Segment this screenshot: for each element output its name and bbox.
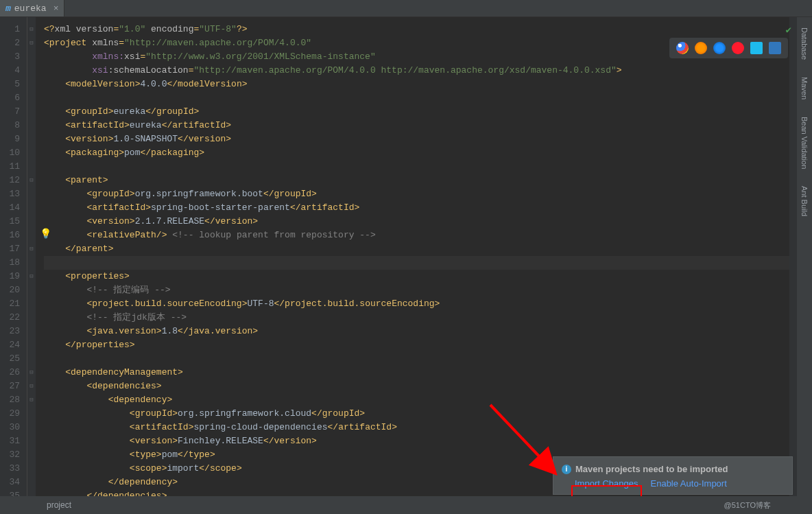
chrome-icon[interactable]	[676, 42, 689, 54]
code-line[interactable]: <artifactId>eureka</artifactId>	[44, 119, 812, 132]
fold-gutter[interactable]: ⊟⊟⊟⊟⊟⊟⊟⊟	[27, 17, 36, 496]
code-line[interactable]: </properties>	[44, 338, 812, 352]
breadcrumb[interactable]: project	[47, 500, 71, 510]
notification-popup: i Maven projects need to be imported Imp…	[553, 456, 793, 495]
code-line[interactable]: <groupId>org.springframework.cloud</grou…	[44, 407, 812, 421]
code-line[interactable]: <project.build.sourceEncoding>UTF-8</pro…	[44, 297, 812, 311]
code-line[interactable]: <groupId>eureka</groupId>	[44, 105, 812, 119]
tab-bar: m eureka ×	[0, 0, 812, 17]
file-tab-eureka[interactable]: m eureka ×	[0, 0, 64, 16]
edge-icon[interactable]	[769, 42, 781, 54]
code-line[interactable]: <relativePath/> <!-- lookup parent from …	[44, 229, 812, 242]
code-line[interactable]	[44, 256, 812, 270]
error-stripe[interactable]	[789, 17, 797, 496]
code-area[interactable]: <?xml version="1.0" encoding="UTF-8"?><p…	[36, 17, 812, 496]
code-line[interactable]: <artifactId>spring-cloud-dependencies</a…	[44, 421, 812, 434]
enable-auto-import-link[interactable]: Enable Auto-Import	[651, 478, 727, 489]
right-tool-bar: Database Maven Bean Validation Ant Build	[797, 17, 812, 496]
intention-bulb-icon[interactable]: 💡	[40, 228, 51, 240]
code-line[interactable]	[44, 160, 812, 174]
maven-file-icon: m	[5, 3, 11, 14]
status-bar: project @51CTO博客	[0, 496, 812, 514]
code-line[interactable]	[44, 352, 812, 366]
code-line[interactable]: <properties>	[44, 270, 812, 283]
code-line[interactable]: <dependency>	[44, 393, 812, 407]
code-line[interactable]: <artifactId>spring-boot-starter-parent</…	[44, 201, 812, 215]
tool-maven[interactable]: Maven	[800, 77, 809, 100]
code-line[interactable]: <dependencyManagement>	[44, 366, 812, 379]
code-line[interactable]: <!-- 指定编码 -->	[44, 283, 812, 297]
code-line[interactable]: <dependencies>	[44, 379, 812, 393]
code-line[interactable]: <packaging>pom</packaging>	[44, 146, 812, 160]
code-line[interactable]	[44, 91, 812, 105]
code-line[interactable]: xsi:schemaLocation="http://maven.apache.…	[44, 64, 812, 78]
notification-title: i Maven projects need to be imported	[562, 464, 784, 474]
code-line[interactable]: </parent>	[44, 242, 812, 256]
line-number-gutter[interactable]: 1234567891011121314151617181920212223242…	[0, 17, 27, 496]
code-line[interactable]: <java.version>1.8</java.version>	[44, 325, 812, 338]
close-tab-icon[interactable]: ×	[53, 3, 59, 14]
code-line[interactable]: <!-- 指定jdk版本 -->	[44, 311, 812, 325]
code-line[interactable]: <version>Finchley.RELEASE</version>	[44, 434, 812, 448]
code-line[interactable]: <?xml version="1.0" encoding="UTF-8"?>	[44, 23, 812, 36]
code-line[interactable]: <parent>	[44, 174, 812, 187]
tool-bean-validation[interactable]: Bean Validation	[800, 117, 809, 169]
browser-icons-overlay	[669, 38, 788, 58]
firefox-icon[interactable]	[695, 42, 707, 54]
code-line[interactable]: <version>2.1.7.RELEASE</version>	[44, 215, 812, 229]
info-icon: i	[562, 465, 571, 474]
tool-ant-build[interactable]: Ant Build	[800, 186, 809, 216]
import-changes-link[interactable]: Import Changes	[575, 478, 638, 489]
ie-icon[interactable]	[750, 42, 763, 54]
watermark: @51CTO博客	[724, 500, 812, 511]
analysis-ok-icon: ✔	[786, 24, 791, 36]
file-tab-label: eureka	[14, 3, 47, 14]
tool-database[interactable]: Database	[800, 27, 809, 60]
opera-icon[interactable]	[732, 42, 744, 54]
code-line[interactable]: <modelVersion>4.0.0</modelVersion>	[44, 78, 812, 91]
code-line[interactable]: <version>1.0-SNAPSHOT</version>	[44, 132, 812, 146]
notification-title-text: Maven projects need to be imported	[575, 464, 728, 474]
code-line[interactable]: <groupId>org.springframework.boot</group…	[44, 187, 812, 201]
safari-icon[interactable]	[713, 42, 726, 54]
editor: 1234567891011121314151617181920212223242…	[0, 17, 812, 496]
